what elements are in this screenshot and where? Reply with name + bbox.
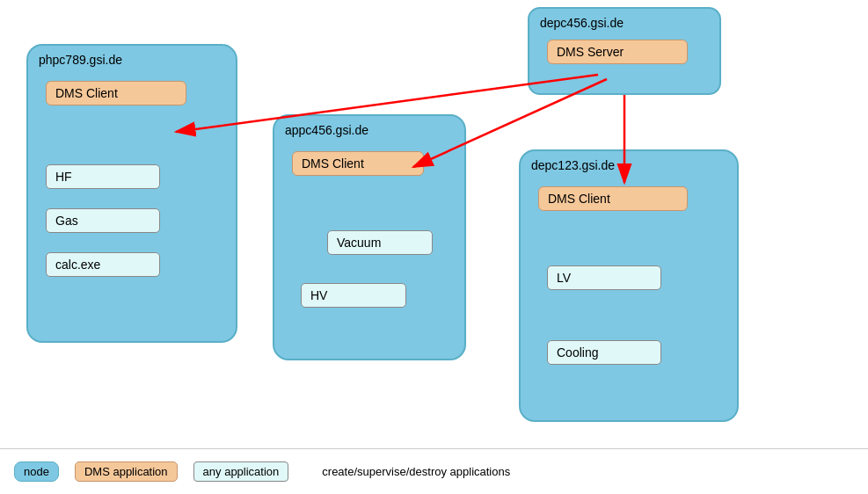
dms-server-depc456: DMS Server bbox=[547, 40, 688, 64]
dms-client-appc456: DMS Client bbox=[292, 151, 424, 176]
node-appc456: appc456.gsi.de DMS Client Vacuum HV bbox=[273, 114, 466, 360]
legend-app-box: any application bbox=[193, 461, 289, 482]
node-depc123: depc123.gsi.de DMS Client LV Cooling bbox=[519, 149, 739, 422]
legend-description: create/supervise/destroy applications bbox=[322, 465, 510, 478]
diagram-area: phpc789.gsi.de DMS Client HF Gas calc.ex… bbox=[0, 0, 868, 448]
node-depc456: depc456.gsi.de DMS Server bbox=[528, 7, 721, 95]
legend: node DMS application any application cre… bbox=[0, 448, 868, 494]
app-hv: HV bbox=[301, 283, 406, 308]
node-depc123-label: depc123.gsi.de bbox=[531, 158, 615, 172]
legend-node: node bbox=[14, 461, 59, 482]
dms-client-depc123: DMS Client bbox=[538, 186, 688, 211]
legend-dms-box: DMS application bbox=[75, 461, 178, 482]
app-gas: Gas bbox=[46, 208, 160, 233]
legend-app-label: any application bbox=[203, 465, 280, 478]
node-phpc789: phpc789.gsi.de DMS Client HF Gas calc.ex… bbox=[26, 44, 237, 343]
legend-app: any application bbox=[193, 461, 289, 482]
legend-dms-label: DMS application bbox=[84, 465, 168, 478]
node-appc456-label: appc456.gsi.de bbox=[285, 123, 368, 137]
dms-client-phpc789: DMS Client bbox=[46, 81, 186, 105]
node-depc456-label: depc456.gsi.de bbox=[540, 16, 624, 30]
app-calcexe: calc.exe bbox=[46, 252, 160, 277]
app-hf: HF bbox=[46, 164, 160, 189]
node-phpc789-label: phpc789.gsi.de bbox=[39, 53, 122, 67]
legend-node-label: node bbox=[24, 465, 49, 478]
app-lv: LV bbox=[547, 265, 661, 290]
legend-dms: DMS application bbox=[75, 461, 178, 482]
app-vacuum: Vacuum bbox=[327, 230, 433, 255]
app-cooling: Cooling bbox=[547, 340, 661, 365]
legend-node-box: node bbox=[14, 461, 59, 482]
